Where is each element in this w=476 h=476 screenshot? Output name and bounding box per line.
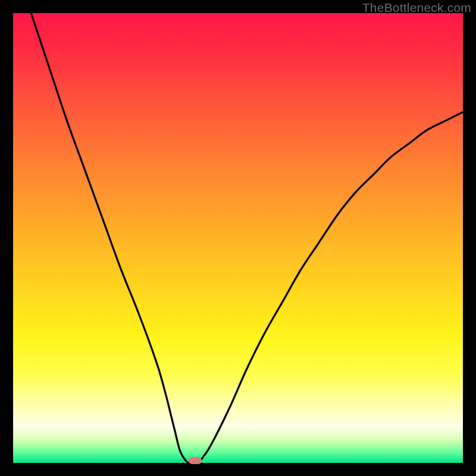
bottleneck-curve	[13, 13, 463, 463]
optimum-marker	[189, 457, 202, 464]
chart-plot-area	[13, 13, 463, 463]
watermark-text: TheBottleneck.com	[362, 1, 471, 15]
